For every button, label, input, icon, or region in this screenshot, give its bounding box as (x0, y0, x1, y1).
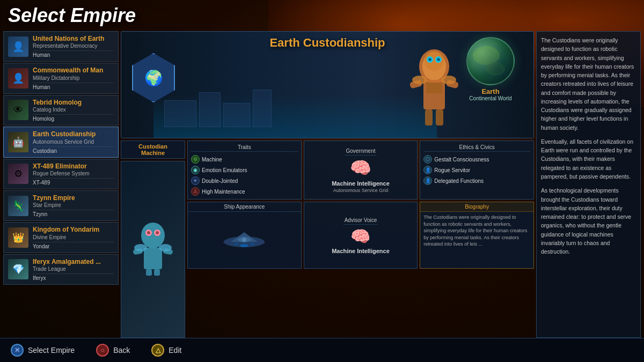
svg-point-15 (141, 223, 165, 248)
ethics-name: Gestalt Consciousness (434, 157, 489, 162)
traits-header: Traits (191, 143, 298, 152)
ethics-item: 👤 Delegated Functions (423, 175, 530, 186)
empire-item-ia[interactable]: 💎 Iferyx Amalgamated ... Trade League If… (3, 254, 119, 285)
svg-rect-12 (436, 109, 443, 125)
svg-point-6 (437, 58, 440, 61)
advisor-icon: 🧠 (350, 227, 370, 246)
description-paragraph: The Custodians were originally designed … (541, 36, 636, 132)
empire-avatar-tz: 🦎 (8, 196, 28, 216)
empire-item-ec[interactable]: 🤖 Earth Custodianship Autonomous Service… (3, 127, 119, 157)
select-empire-button[interactable]: ✕ Select Empire (11, 344, 75, 357)
empire-species-th: Homolog (33, 114, 114, 122)
advisor-name: Machine Intelligence (332, 248, 390, 254)
empire-body: Custodian Machine (121, 141, 534, 338)
empire-avatar-ec: 🤖 (8, 132, 28, 152)
ethics-card: Ethics & Civics ⬡ Gestalt Consciousness … (420, 141, 534, 200)
svg-point-18 (147, 231, 150, 234)
empire-gov-th: Catalog Index (33, 107, 114, 113)
svg-point-13 (412, 76, 427, 84)
empire-name-xt: XT-489 Eliminator (33, 162, 114, 170)
empire-list: 👤 United Nations of Earth Representative… (3, 31, 119, 338)
trait-icon: ◉ (191, 166, 200, 174)
svg-point-33 (240, 244, 248, 247)
portrait-label: Custodian Machine (121, 141, 185, 159)
empire-item-ky[interactable]: 👑 Kingdom of Yondarim Divine Empire Yond… (3, 222, 119, 253)
trait-icon: ✦ (191, 176, 200, 185)
trait-name: Emotion Emulators (202, 167, 247, 173)
ethics-name: Delegated Functions (434, 178, 484, 184)
select-empire-label: Select Empire (28, 346, 75, 354)
empire-species-ue: Human (33, 50, 114, 58)
svg-point-5 (428, 58, 431, 61)
trait-item: ⚙ Machine (191, 154, 298, 165)
ethics-icon: ⬡ (423, 155, 432, 164)
biography-header: Biography (420, 202, 533, 212)
empire-name-ec: Earth Custodianship (33, 130, 114, 138)
svg-point-32 (242, 238, 246, 242)
empire-gov-ue: Representative Democracy (33, 43, 114, 49)
government-header: Government (345, 147, 376, 156)
empire-item-xt[interactable]: ⚙ XT-489 Eliminator Rogue Defense System… (3, 159, 119, 189)
empire-avatar-ue: 👤 (8, 36, 28, 57)
svg-point-14 (441, 76, 456, 84)
empire-name-th: Tebrid Homolog (33, 99, 114, 106)
ship-body (188, 212, 301, 268)
empire-gov-ia: Trade League (33, 266, 114, 272)
empire-species-tz: Tzynn (33, 210, 114, 217)
trait-name: High Maintenance (202, 189, 245, 195)
ethics-item: ⬡ Gestalt Consciousness (423, 154, 530, 165)
empire-info-ec: Earth Custodianship Autonomous Service G… (33, 130, 114, 153)
back-button[interactable]: ○ Back (96, 344, 130, 357)
empire-item-tz[interactable]: 🦎 Tzynn Empire Star Empire Tzynn (3, 190, 119, 221)
empire-avatar-ia: 💎 (8, 259, 28, 279)
government-name: Machine Intelligence (332, 180, 390, 187)
trait-item: ◉ Emotion Emulators (191, 165, 298, 175)
government-card: Government 🧠 Machine Intelligence Autono… (304, 141, 418, 200)
empire-gov-xt: Rogue Defense System (33, 171, 114, 177)
empire-avatar-cm: 👤 (8, 68, 28, 88)
trait-item: ✦ Double-Jointed (191, 175, 298, 186)
traits-card: Traits ⚙ Machine ◉ Emotion Emulators ✦ D… (187, 141, 302, 200)
empire-header-card: 🌍 (121, 31, 534, 138)
empire-species-ia: Iferyx (33, 274, 114, 281)
bottom-bar: ✕ Select Empire ○ Back △ Edit (0, 338, 644, 362)
ethics-name: Rogue Servitor (434, 167, 470, 173)
planet-name: Earth (458, 87, 523, 95)
empire-info-th: Tebrid Homolog Catalog Index Homolog (33, 99, 114, 122)
svg-rect-20 (144, 248, 162, 269)
empire-info-tz: Tzynn Empire Star Empire Tzynn (33, 194, 114, 217)
center-panel: 🌍 (121, 31, 534, 338)
stats-grid: Traits ⚙ Machine ◉ Emotion Emulators ✦ D… (187, 141, 534, 338)
government-sub: Autonomous Service Grid (333, 188, 389, 193)
empire-item-cm[interactable]: 👤 Commonwealth of Man Military Dictators… (3, 63, 119, 93)
svg-point-35 (250, 243, 254, 245)
edit-button[interactable]: △ Edit (151, 344, 181, 357)
empire-gov-cm: Military Dictatorship (33, 75, 114, 82)
description-paragraph: As technological developments brought th… (541, 186, 636, 256)
advisor-header: Advisor Voice (343, 216, 378, 225)
trait-icon: ⚠ (191, 187, 200, 196)
ship-card: Ship Appearance (187, 202, 302, 269)
empire-item-th[interactable]: 👁 Tebrid Homolog Catalog Index Homolog (3, 95, 119, 125)
empire-item-ue[interactable]: 👤 United Nations of Earth Representative… (3, 31, 119, 62)
page-title: Select Empire (8, 4, 636, 27)
back-icon: ○ (96, 344, 109, 357)
select-empire-icon: ✕ (11, 344, 24, 357)
empire-info-xt: XT-489 Eliminator Rogue Defense System X… (33, 162, 114, 186)
ship-header: Ship Appearance (188, 202, 301, 212)
empire-name-tz: Tzynn Empire (33, 194, 114, 202)
right-description: The Custodians were originally designed … (541, 36, 636, 256)
svg-rect-26 (154, 269, 160, 276)
empire-species-ec: Custodian (33, 146, 114, 154)
trait-icon: ⚙ (191, 155, 200, 164)
portrait-image (121, 161, 185, 338)
back-label: Back (113, 346, 130, 354)
empire-emblem: 🌍 (132, 53, 175, 101)
advisor-card: Advisor Voice 🧠 Machine Intelligence (304, 202, 418, 269)
empire-name-ue: United Nations of Earth (33, 35, 114, 42)
empire-species-xt: XT-489 (33, 178, 114, 186)
planet-type: Continental World (458, 95, 523, 101)
edit-icon: △ (151, 344, 164, 357)
empire-species-cm: Human (33, 83, 114, 90)
biography-card: Biography The Custodians were originally… (420, 202, 534, 269)
